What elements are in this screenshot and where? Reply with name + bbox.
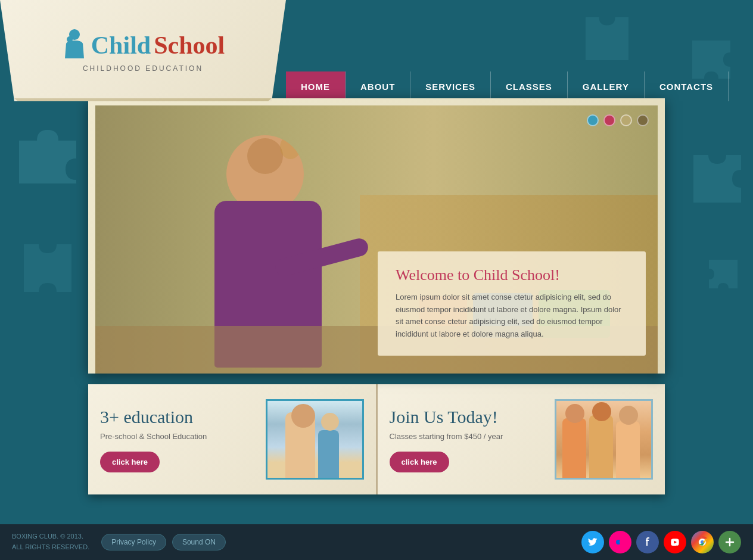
nav-bar: HOME ABOUT SERVICES CLASSES GALLERY CONT…: [286, 71, 729, 101]
privacy-policy-button[interactable]: Privacy Policy: [101, 534, 166, 550]
social-facebook-button[interactable]: [636, 531, 659, 553]
footer-links: Privacy Policy Sound ON: [101, 534, 226, 550]
hero-image: Welcome to Child School! Lorem ipsum dol…: [95, 105, 658, 374]
sound-toggle-button[interactable]: Sound ON: [172, 534, 226, 550]
card-left-content: 3+ education Pre-school & School Educati…: [100, 407, 257, 472]
hero-overlay: Welcome to Child School! Lorem ipsum dol…: [378, 251, 646, 356]
card-right: Join Us Today! Classes starting from $45…: [378, 384, 665, 494]
main-wrapper: ChildSchool CHILDHOOD EDUCATION HOME ABO…: [0, 0, 753, 494]
nav-about[interactable]: ABOUT: [346, 71, 410, 101]
card-right-button[interactable]: click here: [390, 452, 449, 472]
footer-copyright: BOXING CLUB. © 2013. ALL RIGHTS RESERVED…: [12, 531, 89, 552]
nav-classes[interactable]: CLASSES: [491, 71, 568, 101]
slider-dots: [587, 114, 649, 126]
slider-dot-4[interactable]: [637, 114, 649, 126]
card-right-content: Join Us Today! Classes starting from $45…: [390, 407, 546, 472]
footer-social: [581, 531, 741, 553]
card-right-subtitle: Classes starting from $450 / year: [390, 432, 546, 441]
logo-container: ChildSchool CHILDHOOD EDUCATION: [0, 0, 286, 101]
logo: ChildSchool: [61, 29, 225, 61]
logo-subtitle: CHILDHOOD EDUCATION: [83, 64, 203, 73]
footer: BOXING CLUB. © 2013. ALL RIGHTS RESERVED…: [0, 524, 753, 560]
card-left-image: [266, 399, 364, 480]
cards-section: 3+ education Pre-school & School Educati…: [88, 384, 665, 494]
nav-gallery[interactable]: GALLERY: [568, 71, 645, 101]
social-twitter-button[interactable]: [581, 531, 604, 553]
hero-wrapper: Welcome to Child School! Lorem ipsum dol…: [0, 98, 753, 374]
logo-school-text: School: [154, 31, 225, 60]
card-right-image: [555, 399, 653, 480]
svg-point-3: [620, 540, 624, 545]
nav-container: HOME ABOUT SERVICES CLASSES GALLERY CONT…: [286, 0, 753, 101]
nav-home[interactable]: HOME: [286, 71, 346, 101]
slider-dot-1[interactable]: [587, 114, 599, 126]
social-flickr-button[interactable]: [609, 531, 631, 553]
slider-dot-2[interactable]: [603, 114, 615, 126]
hero-text: Lorem ipsum dolor sit amet conse ctetur …: [396, 291, 628, 341]
slider-dot-3[interactable]: [620, 114, 632, 126]
hero-paper: Welcome to Child School! Lorem ipsum dol…: [88, 98, 665, 374]
card-left-button[interactable]: click here: [100, 452, 160, 472]
card-right-title: Join Us Today!: [390, 407, 546, 427]
hero-title: Welcome to Child School!: [396, 266, 628, 284]
social-chrome-button[interactable]: [691, 531, 714, 553]
logo-child-text: Child: [91, 31, 151, 60]
card-left: 3+ education Pre-school & School Educati…: [88, 384, 376, 494]
social-youtube-button[interactable]: [664, 531, 686, 553]
card-left-title: 3+ education: [100, 407, 257, 427]
social-plus-button[interactable]: [718, 531, 741, 553]
header: ChildSchool CHILDHOOD EDUCATION HOME ABO…: [0, 0, 753, 101]
svg-point-1: [67, 36, 73, 42]
card-left-subtitle: Pre-school & School Education: [100, 432, 257, 441]
nav-contacts[interactable]: CONTACTS: [645, 71, 729, 101]
logo-icon: [61, 29, 88, 61]
nav-services[interactable]: SERVICES: [410, 71, 491, 101]
